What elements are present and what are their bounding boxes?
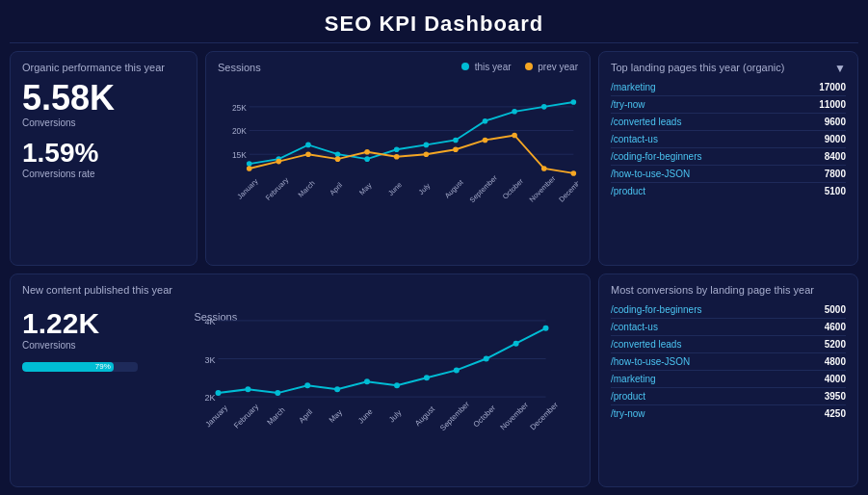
rate-value: 1.59% [22,140,185,167]
svg-point-58 [484,355,489,361]
bottom-row: New content published this year 1.22K Co… [10,274,858,488]
svg-text:January: January [203,403,228,428]
page-name: /coding-for-beginners [611,151,702,162]
page-value: 4800 [825,356,846,367]
svg-text:February: February [232,402,260,430]
svg-point-51 [275,390,280,396]
svg-point-54 [364,378,370,384]
svg-point-17 [571,99,577,105]
most-conversions-title: Most conversions by landing page this ye… [611,284,846,296]
svg-point-14 [483,118,488,124]
page-value: 8400 [825,151,846,162]
svg-text:December: December [557,173,578,203]
svg-text:July: July [387,408,403,424]
svg-text:October: October [501,176,526,201]
svg-text:February: February [264,175,291,202]
page-value: 7800 [825,169,846,179]
page-value: 5000 [825,304,846,315]
top-pages-card: Top landing pages this year (organic) ▼ … [598,51,858,266]
svg-point-59 [513,340,519,346]
svg-point-27 [512,133,517,139]
page-name: /try-now [611,408,645,419]
svg-point-29 [571,170,577,176]
list-item: /contact-us9000 [611,131,846,148]
svg-point-60 [543,325,549,330]
page-name: /product [611,186,645,196]
page-name: /how-to-use-JSON [611,169,690,179]
top-row: Organic performance this year 5.58K Conv… [10,51,858,266]
sessions-card: Sessions this year prev year 15K20K25KJa… [205,51,591,266]
this-year-legend: this year [461,62,512,72]
svg-point-26 [483,138,488,143]
svg-text:August: August [443,177,465,199]
svg-text:May: May [357,181,374,197]
page-value: 17000 [819,82,846,92]
svg-text:November: November [528,173,558,203]
sessions-chart: 15K20K25KJanuaryFebruaryMarchAprilMayJun… [218,79,578,222]
new-content-card: New content published this year 1.22K Co… [10,274,591,488]
top-pages-list: /marketing17000/try-now11000/converted l… [611,79,846,199]
svg-point-23 [394,154,400,160]
prev-year-legend: prev year [525,62,578,72]
list-item: /how-to-use-JSON4800 [611,353,846,371]
svg-point-12 [424,143,430,148]
svg-point-16 [541,104,547,110]
most-conversions-card: Most conversions by landing page this ye… [598,274,858,488]
page-name: /coding-for-beginners [611,304,702,315]
svg-point-56 [424,375,430,380]
svg-point-9 [335,151,341,157]
page-name: /try-now [611,99,645,110]
svg-text:September: September [438,399,471,431]
page-name: /contact-us [611,322,658,332]
page-name: /marketing [611,374,656,384]
conversions-label: Conversions [22,117,185,128]
svg-point-53 [334,386,340,392]
list-item: /contact-us4600 [611,319,846,336]
svg-point-22 [364,149,370,155]
new-content-chart: Sessions2K3K4KJanuaryFebruaryMarchAprilM… [157,303,578,447]
organic-performance-card: Organic performance this year 5.58K Conv… [10,51,197,266]
svg-text:June: June [356,406,375,425]
page-value: 9600 [825,117,846,127]
svg-point-28 [541,166,547,171]
svg-text:April: April [328,181,344,197]
page-value: 4000 [825,374,846,384]
new-content-conversions-value: 1.22K [22,309,138,338]
page-value: 4250 [825,408,846,419]
page-name: /contact-us [611,134,658,144]
svg-text:3K: 3K [204,354,215,364]
dashboard: SEO KPI Dashboard Organic performance th… [0,0,868,495]
svg-point-52 [304,382,310,388]
svg-point-19 [276,159,281,165]
page-name: /how-to-use-JSON [611,356,690,367]
svg-point-15 [512,109,517,115]
list-item: /try-now11000 [611,96,846,114]
svg-text:15K: 15K [232,150,247,160]
list-item: /marketing4000 [611,371,846,388]
svg-text:25K: 25K [232,103,247,113]
chart-legend: this year prev year [461,62,578,72]
progress-fill: 79% [22,362,114,372]
svg-text:2K: 2K [204,393,215,403]
svg-text:December: December [529,400,561,431]
page-value: 5100 [825,186,846,196]
page-name: /product [611,391,645,402]
most-conversions-list: /coding-for-beginners5000/contact-us4600… [611,301,846,422]
dropdown-icon[interactable]: ▼ [834,62,846,75]
svg-point-11 [394,146,400,152]
svg-point-8 [305,143,311,148]
svg-text:July: July [417,181,433,196]
svg-text:August: August [413,404,437,428]
rate-label: Conversions rate [22,169,185,179]
page-name: /converted leads [611,339,681,350]
list-item: /coding-for-beginners5000 [611,301,846,319]
organic-card-title: Organic performance this year [22,62,185,73]
svg-point-20 [305,151,311,157]
svg-text:September: September [468,173,500,205]
list-item: /coding-for-beginners8400 [611,148,846,166]
svg-point-24 [424,151,430,157]
list-item: /product3950 [611,388,846,405]
page-value: 9000 [825,134,846,144]
svg-point-10 [364,156,370,162]
svg-point-55 [394,382,400,388]
